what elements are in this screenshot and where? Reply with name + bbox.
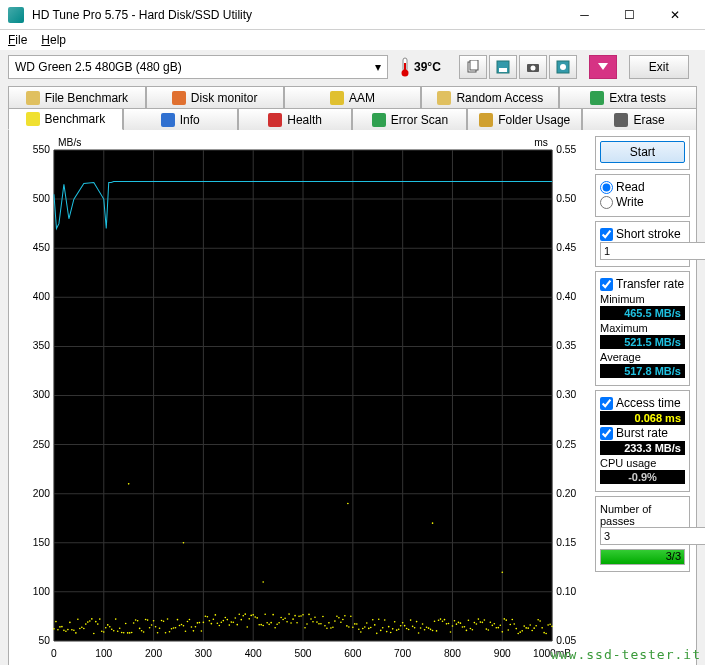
passes-input[interactable]	[600, 527, 705, 545]
svg-point-185	[262, 625, 264, 627]
svg-point-272	[436, 630, 438, 632]
tab-folder-usage[interactable]: Folder Usage	[467, 108, 582, 130]
svg-point-300	[492, 625, 494, 627]
svg-point-221	[334, 620, 336, 622]
svg-point-282	[456, 623, 458, 625]
svg-point-187	[266, 622, 268, 624]
svg-point-94	[81, 626, 83, 628]
svg-text:0.50: 0.50	[556, 193, 576, 204]
svg-text:800: 800	[444, 648, 461, 659]
short-stroke-input[interactable]	[600, 242, 705, 260]
svg-point-142	[177, 619, 179, 621]
exit-button[interactable]: Exit	[629, 55, 689, 79]
tab-info[interactable]: Info	[123, 108, 238, 130]
svg-point-82	[57, 629, 59, 631]
tab-erase[interactable]: Erase	[582, 108, 697, 130]
svg-point-96	[85, 623, 87, 625]
svg-point-251	[394, 621, 396, 623]
write-radio[interactable]: Write	[600, 195, 685, 209]
options-button[interactable]	[589, 55, 617, 79]
minimum-label: Minimum	[600, 293, 685, 305]
svg-point-154	[201, 630, 203, 632]
copy-info-button[interactable]	[459, 55, 487, 79]
svg-point-176	[244, 613, 246, 615]
svg-text:0: 0	[51, 648, 57, 659]
svg-point-171	[234, 617, 236, 619]
maximize-button[interactable]: ☐	[607, 1, 652, 29]
svg-point-281	[454, 620, 456, 622]
average-label: Average	[600, 351, 685, 363]
svg-rect-17	[161, 113, 175, 127]
svg-point-290	[472, 629, 474, 631]
menu-help[interactable]: Help	[41, 33, 66, 47]
svg-point-173	[238, 613, 240, 615]
start-button[interactable]: Start	[600, 141, 685, 163]
svg-point-266	[424, 629, 426, 631]
tab-file-benchmark[interactable]: File Benchmark	[8, 86, 146, 108]
svg-point-268	[428, 627, 430, 629]
svg-point-216	[324, 625, 326, 627]
svg-point-249	[390, 632, 392, 634]
svg-point-117	[127, 632, 129, 634]
svg-point-136	[165, 632, 167, 634]
close-button[interactable]: ✕	[652, 1, 697, 29]
burst-rate-checkbox[interactable]: Burst rate	[600, 426, 685, 440]
svg-point-220	[332, 626, 334, 628]
svg-point-127	[147, 619, 149, 621]
read-radio[interactable]: Read	[600, 180, 685, 194]
svg-point-177	[246, 626, 248, 628]
menu-file[interactable]: File	[8, 33, 27, 47]
svg-point-227	[346, 625, 348, 627]
svg-point-291	[474, 622, 476, 624]
svg-point-238	[368, 628, 370, 630]
svg-point-100	[93, 633, 95, 635]
svg-point-288	[468, 619, 470, 621]
save-info-button[interactable]	[489, 55, 517, 79]
svg-point-321	[533, 627, 535, 629]
svg-point-133	[159, 627, 161, 629]
svg-point-280	[452, 625, 454, 627]
svg-point-81	[55, 621, 57, 623]
cpu-usage-label: CPU usage	[600, 457, 685, 469]
svg-text:350: 350	[33, 341, 50, 352]
minimize-button[interactable]: ─	[562, 1, 607, 29]
tab-random-access[interactable]: Random Access	[421, 86, 559, 108]
svg-point-195	[282, 619, 284, 621]
menubar: File Help	[0, 30, 705, 50]
tab-extra-tests[interactable]: Extra tests	[559, 86, 697, 108]
svg-point-205	[302, 614, 304, 616]
svg-point-152	[197, 622, 199, 624]
svg-point-241	[374, 624, 376, 626]
svg-point-168	[228, 624, 230, 626]
transfer-rate-checkbox[interactable]: Transfer rate	[600, 277, 685, 291]
svg-point-162	[217, 622, 219, 624]
drive-select[interactable]: WD Green 2.5 480GB (480 gB) ▾	[8, 55, 388, 79]
access-time-checkbox[interactable]: Access time	[600, 396, 685, 410]
tab-benchmark[interactable]: Benchmark	[8, 108, 123, 130]
short-stroke-checkbox[interactable]: Short stroke	[600, 227, 685, 241]
app-icon	[8, 7, 24, 23]
screenshot-copy-button[interactable]	[519, 55, 547, 79]
svg-point-174	[240, 619, 242, 621]
svg-point-95	[83, 628, 85, 630]
svg-point-293	[478, 618, 480, 620]
tab-disk-monitor[interactable]: Disk monitor	[146, 86, 284, 108]
svg-point-107	[107, 624, 109, 626]
screenshot-save-button[interactable]	[549, 55, 577, 79]
svg-point-264	[420, 627, 422, 629]
svg-point-160	[213, 618, 215, 620]
svg-point-306	[503, 618, 505, 620]
tab-health[interactable]: Health	[238, 108, 353, 130]
svg-text:600: 600	[344, 648, 361, 659]
svg-point-8	[530, 66, 535, 71]
tab-error-scan[interactable]: Error Scan	[352, 108, 467, 130]
svg-point-124	[141, 630, 143, 632]
svg-point-233	[358, 628, 360, 630]
svg-point-283	[458, 622, 460, 624]
tab-aam[interactable]: AAM	[284, 86, 422, 108]
svg-point-137	[167, 618, 169, 620]
svg-point-324	[539, 620, 541, 622]
svg-point-110	[113, 630, 115, 632]
svg-point-126	[145, 619, 147, 621]
svg-point-299	[490, 621, 492, 623]
